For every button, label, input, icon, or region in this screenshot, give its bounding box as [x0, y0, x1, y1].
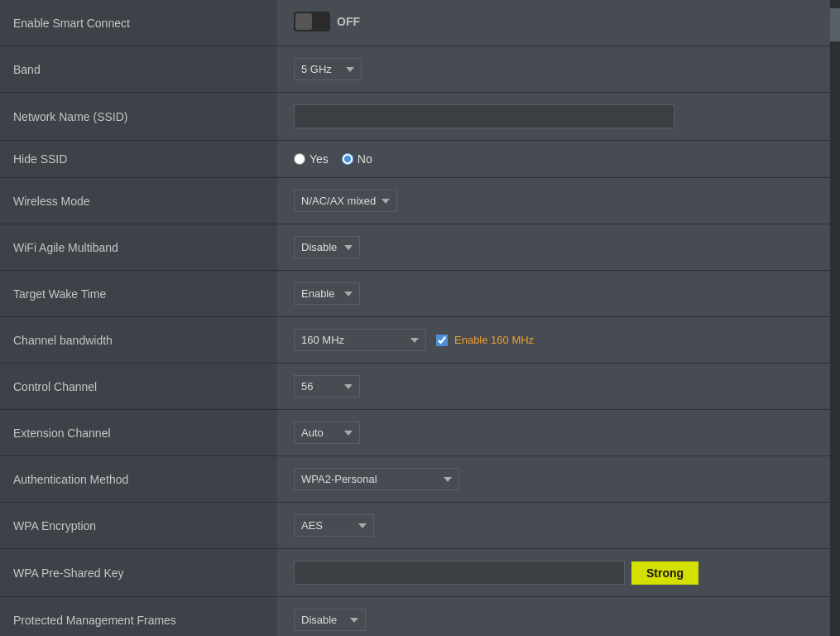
- wifi-agile-multiband-row: WiFi Agile Multiband Disable Enable: [0, 224, 840, 271]
- band-control: 5 GHz 2.4 GHz 6 GHz: [277, 46, 840, 93]
- channel-bandwidth-row: Channel bandwidth 160 MHz 80 MHz 40 MHz …: [0, 317, 840, 364]
- extension-channel-row: Extension Channel Auto Above Below: [0, 410, 840, 456]
- enable-160mhz-checkbox[interactable]: [436, 335, 448, 346]
- channel-bandwidth-control: 160 MHz 80 MHz 40 MHz 20 MHz Enable 160 …: [277, 317, 840, 364]
- wifi-agile-multiband-label: WiFi Agile Multiband: [0, 224, 277, 271]
- wpa-preshared-key-control: Strong: [277, 549, 840, 597]
- target-wake-time-label: Target Wake Time: [0, 271, 277, 317]
- hide-ssid-yes-radio[interactable]: [294, 153, 305, 165]
- auth-method-label: Authentication Method: [0, 456, 277, 503]
- hide-ssid-no-label[interactable]: No: [342, 152, 372, 166]
- band-select[interactable]: 5 GHz 2.4 GHz 6 GHz: [294, 58, 362, 80]
- enable-160mhz-group: Enable 160 MHz: [436, 334, 534, 346]
- hide-ssid-yes-label[interactable]: Yes: [294, 152, 329, 166]
- wpa-preshared-key-row: WPA Pre-Shared Key Strong: [0, 549, 840, 597]
- toggle-knob: [295, 13, 312, 30]
- target-wake-time-control: Enable Disable: [277, 271, 840, 317]
- channel-bandwidth-container: 160 MHz 80 MHz 40 MHz 20 MHz Enable 160 …: [294, 329, 827, 351]
- network-name-row: Network Name (SSID): [0, 93, 840, 141]
- scrollbar-thumb[interactable]: [830, 8, 840, 41]
- control-channel-control: 56 36 40 44 48 52 100: [277, 364, 840, 410]
- ssid-input[interactable]: [294, 104, 674, 128]
- hide-ssid-radio-group: Yes No: [294, 152, 827, 166]
- hide-ssid-yes-text: Yes: [310, 152, 329, 166]
- wpa-encryption-control: AES TKIP TKIP+AES: [277, 503, 840, 549]
- band-label: Band: [0, 46, 277, 93]
- protected-mgmt-frames-select[interactable]: Disable Enable Required: [294, 609, 366, 631]
- wireless-mode-select[interactable]: N/AC/AX mixed Auto N only AC only AX onl…: [294, 190, 397, 212]
- channel-bandwidth-select[interactable]: 160 MHz 80 MHz 40 MHz 20 MHz: [294, 329, 426, 351]
- wifi-agile-multiband-control: Disable Enable: [277, 224, 840, 271]
- toggle-track[interactable]: [294, 12, 330, 31]
- wpa-encryption-label: WPA Encryption: [0, 503, 277, 549]
- protected-mgmt-frames-label: Protected Management Frames: [0, 597, 277, 637]
- protected-mgmt-frames-control: Disable Enable Required: [277, 597, 840, 637]
- target-wake-time-select[interactable]: Enable Disable: [294, 282, 360, 305]
- extension-channel-label: Extension Channel: [0, 410, 277, 456]
- hide-ssid-label: Hide SSID: [0, 141, 277, 178]
- hide-ssid-control: Yes No: [277, 141, 840, 178]
- hide-ssid-no-radio[interactable]: [342, 153, 353, 165]
- wifi-agile-multiband-select[interactable]: Disable Enable: [294, 236, 360, 258]
- wireless-mode-label: Wireless Mode: [0, 178, 277, 224]
- extension-channel-select[interactable]: Auto Above Below: [294, 422, 360, 444]
- auth-method-control: WPA2-Personal WPA-Personal WPA3-Personal…: [277, 456, 840, 503]
- enable-smart-connect-row: Enable Smart Connect OFF: [0, 0, 840, 46]
- network-name-label: Network Name (SSID): [0, 93, 277, 141]
- auth-method-select[interactable]: WPA2-Personal WPA-Personal WPA3-Personal…: [294, 468, 459, 490]
- wireless-mode-row: Wireless Mode N/AC/AX mixed Auto N only …: [0, 178, 840, 224]
- extension-channel-control: Auto Above Below: [277, 410, 840, 456]
- hide-ssid-no-text: No: [358, 152, 372, 166]
- auth-method-row: Authentication Method WPA2-Personal WPA-…: [0, 456, 840, 503]
- control-channel-row: Control Channel 56 36 40 44 48 52 100: [0, 364, 840, 410]
- protected-mgmt-frames-row: Protected Management Frames Disable Enab…: [0, 597, 840, 637]
- hide-ssid-row: Hide SSID Yes No: [0, 141, 840, 178]
- wireless-mode-control: N/AC/AX mixed Auto N only AC only AX onl…: [277, 178, 840, 224]
- wpa-key-container: Strong: [294, 561, 827, 585]
- wpa-preshared-key-input[interactable]: [294, 561, 625, 585]
- wpa-preshared-key-label: WPA Pre-Shared Key: [0, 549, 277, 597]
- control-channel-label: Control Channel: [0, 364, 277, 410]
- network-name-control: [277, 93, 840, 141]
- scrollbar[interactable]: [830, 0, 840, 636]
- settings-table: Enable Smart Connect OFF Band 5 GHz 2.4 …: [0, 0, 840, 636]
- wpa-encryption-row: WPA Encryption AES TKIP TKIP+AES: [0, 503, 840, 549]
- enable-smart-connect-control: OFF: [277, 0, 840, 46]
- band-row: Band 5 GHz 2.4 GHz 6 GHz: [0, 46, 840, 93]
- channel-bandwidth-label: Channel bandwidth: [0, 317, 277, 364]
- wpa-encryption-select[interactable]: AES TKIP TKIP+AES: [294, 514, 374, 537]
- target-wake-time-row: Target Wake Time Enable Disable: [0, 271, 840, 317]
- enable-smart-connect-label: Enable Smart Connect: [0, 0, 277, 46]
- strong-button[interactable]: Strong: [631, 561, 698, 585]
- settings-page: Enable Smart Connect OFF Band 5 GHz 2.4 …: [0, 0, 840, 636]
- enable-160mhz-label[interactable]: Enable 160 MHz: [454, 334, 534, 346]
- toggle-switch[interactable]: OFF: [294, 12, 360, 31]
- toggle-state-label: OFF: [337, 15, 360, 28]
- control-channel-select[interactable]: 56 36 40 44 48 52 100: [294, 375, 360, 398]
